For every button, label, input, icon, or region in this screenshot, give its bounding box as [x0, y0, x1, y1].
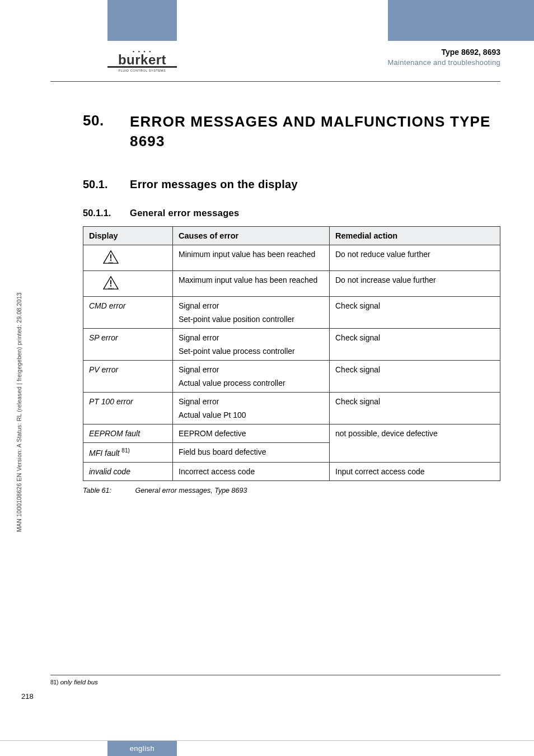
header-text-block: Type 8692, 8693 Maintenance and troubles…: [310, 48, 534, 67]
subsubsection-heading: 50.1.1. General error messages: [83, 208, 500, 218]
cell-display: EEPROM fault: [83, 424, 173, 443]
table-header-row: Display Causes of error Remedial action: [83, 227, 500, 245]
table-row: SP errorSignal errorSet-point value proc…: [83, 329, 500, 361]
header-blue-block: [107, 0, 177, 41]
brand-logo: ▪ ▪ ▪ ▪ burkert FLUID CONTROL SYSTEMS: [107, 49, 177, 73]
cell-remedial: Do not reduce value further: [330, 245, 500, 271]
warning-triangle-icon: max: [102, 276, 119, 290]
warning-triangle-icon: min: [102, 250, 119, 264]
cell-remedial: Check signal: [330, 361, 500, 393]
svg-text:max: max: [108, 287, 114, 290]
cell-display: max: [83, 271, 173, 297]
cell-remedial: Do not increase value further: [330, 271, 500, 297]
cell-remedial: Input correct access code: [330, 462, 500, 480]
svg-text:min: min: [109, 261, 114, 264]
table-row: max Maximum input value has been reached…: [83, 271, 500, 297]
footnote-divider: [50, 675, 500, 675]
footnote-text: only field bus: [60, 679, 98, 685]
main-content: 50. ERROR MESSAGES AND MALFUNCTIONS TYPE…: [83, 112, 500, 494]
cell-display: min: [83, 245, 173, 271]
table-caption: Table 61: General error messages, Type 8…: [83, 487, 500, 494]
col-header-causes: Causes of error: [173, 227, 330, 245]
cell-display: PT 100 error: [83, 393, 173, 424]
cell-causes: Signal errorSet-point value process cont…: [173, 329, 330, 361]
page-number: 218: [21, 692, 34, 701]
cell-causes: EEPROM defective: [173, 424, 330, 443]
cell-remedial: Check signal: [330, 393, 500, 424]
cell-causes: Incorrect access code: [173, 462, 330, 480]
section-heading: 50. ERROR MESSAGES AND MALFUNCTIONS TYPE…: [83, 112, 500, 151]
cell-display: SP error: [83, 329, 173, 361]
caption-label: Table 61:: [83, 487, 133, 494]
col-header-display: Display: [83, 227, 173, 245]
error-messages-table: Display Causes of error Remedial action …: [83, 226, 500, 481]
subsection-title: Error messages on the display: [130, 178, 298, 191]
cell-display: PV error: [83, 361, 173, 393]
section-number: 50.: [83, 112, 130, 129]
table-row: PT 100 errorSignal errorActual value Pt …: [83, 393, 500, 424]
table-row: min Minimum input value has been reached…: [83, 245, 500, 271]
cell-display: MFI fault 81): [83, 443, 173, 463]
header-subtitle: Maintenance and troubleshooting: [310, 58, 500, 67]
cell-causes: Field bus board defective: [173, 443, 330, 463]
subsection-heading: 50.1. Error messages on the display: [83, 178, 500, 191]
cell-causes: Maximum input value has been reached: [173, 271, 330, 297]
cell-causes: Minimum input value has been reached: [173, 245, 330, 271]
section-title: ERROR MESSAGES AND MALFUNCTIONS TYPE 869…: [130, 112, 500, 151]
page-header: ▪ ▪ ▪ ▪ burkert FLUID CONTROL SYSTEMS Ty…: [0, 0, 534, 67]
caption-text: General error messages, Type 8693: [135, 487, 247, 494]
table-row: PV errorSignal errorActual value process…: [83, 361, 500, 393]
table-row: invalid codeIncorrect access codeInput c…: [83, 462, 500, 480]
header-blue-strip: [388, 0, 534, 41]
cell-causes: Signal errorActual value Pt 100: [173, 393, 330, 424]
subsubsection-number: 50.1.1.: [83, 208, 130, 218]
header-divider: [50, 81, 500, 82]
spine-text: MAN 1000108626 EN Version: A Status: RL …: [16, 292, 22, 532]
bottom-divider: [0, 740, 534, 741]
cell-remedial: not possible, device defective: [330, 424, 500, 463]
table-row: EEPROM faultEEPROM defectivenot possible…: [83, 424, 500, 443]
cell-remedial: Check signal: [330, 329, 500, 361]
cell-remedial: Check signal: [330, 297, 500, 329]
footnote-marker: 81): [50, 679, 58, 685]
logo-name: burkert: [107, 54, 177, 66]
cell-display: invalid code: [83, 462, 173, 480]
table-row: CMD errorSignal errorSet-point value pos…: [83, 297, 500, 329]
subsection-number: 50.1.: [83, 178, 130, 191]
logo-tagline: FLUID CONTROL SYSTEMS: [107, 69, 177, 73]
language-tab: english: [107, 741, 177, 756]
col-header-remedial: Remedial action: [330, 227, 500, 245]
cell-causes: Signal errorSet-point value position con…: [173, 297, 330, 329]
cell-causes: Signal errorActual value process control…: [173, 361, 330, 393]
cell-display: CMD error: [83, 297, 173, 329]
subsubsection-title: General error messages: [130, 208, 240, 218]
header-type-line: Type 8692, 8693: [310, 48, 500, 57]
footnote: 81) only field bus: [50, 679, 98, 685]
